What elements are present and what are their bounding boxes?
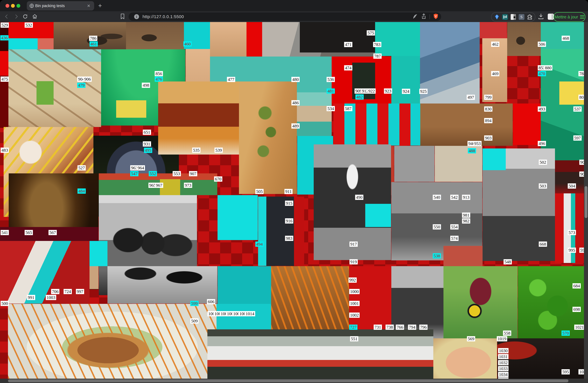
mosaic-tile [89, 241, 107, 266]
packed-image-index-label: 509 [190, 318, 199, 324]
packed-image-index-label: 529 [0, 23, 9, 28]
close-window-button[interactable] [5, 4, 9, 8]
packed-image-index-label: 1001 [349, 301, 360, 306]
site-info-icon[interactable]: i [134, 14, 139, 19]
packed-image-index-label: 796 [419, 325, 427, 330]
packed-image-index-label: 486 [291, 100, 300, 105]
home-button[interactable] [31, 13, 38, 20]
tab-bin-packing-tests[interactable]: Bin packing tests ✕ [27, 1, 94, 10]
bin-packing-canvas[interactable]: 5295324367864614608564764759049064794986… [0, 22, 584, 379]
mosaic-tile [420, 104, 513, 146]
packed-image-index-label: 484 [78, 188, 86, 194]
vertical-scrollbar-thumb[interactable] [585, 186, 588, 218]
teal-app-extension-icon[interactable] [502, 14, 508, 20]
mosaic-tile [210, 22, 247, 57]
new-tab-button[interactable]: + [98, 2, 102, 9]
globe-favicon-icon [29, 3, 34, 9]
packed-image-index-label: 551 [350, 336, 358, 341]
packed-image-index-label: 919 [350, 259, 358, 264]
mosaic-tile [0, 241, 89, 304]
gem-extension-icon[interactable] [494, 14, 500, 20]
packed-image-index-label: 548 [504, 259, 512, 264]
packed-image-index-label: 558 [503, 331, 511, 336]
packed-image-index-label: 1032 [498, 360, 508, 365]
s-extension-icon[interactable]: S [519, 14, 525, 20]
share-icon[interactable] [421, 13, 426, 20]
packed-image-index-label: 474 [344, 65, 352, 70]
mosaic-tile [391, 56, 420, 104]
packed-image-index-label: 503 [539, 183, 547, 189]
packed-image-index-label: 1000 [349, 289, 360, 294]
packed-image-index-label: 488 [468, 148, 476, 153]
packed-image-index-label: 505 [255, 189, 264, 194]
mosaic-tile [482, 38, 507, 102]
mosaic-tile [126, 22, 184, 51]
packed-image-index-label: 468 [562, 36, 570, 41]
packed-image-index-label: 595 [562, 369, 570, 374]
extensions-group: S [491, 12, 535, 22]
packed-image-index-label: 460 [183, 41, 192, 46]
mosaic-tile [8, 49, 101, 127]
packed-image-index-label: 911 [284, 189, 293, 194]
mosaic-tile [258, 197, 304, 266]
reload-button[interactable] [22, 13, 29, 20]
packed-image-index-label: 991 [27, 295, 35, 300]
packed-image-index-label: 698 [572, 307, 581, 312]
url-bar[interactable]: i http://127.0.0.1:5500 [129, 12, 441, 21]
packed-image-index-label: 924 [402, 89, 410, 94]
packed-image-index-label: 587 [344, 106, 352, 111]
packed-image-index-label: 738 [385, 325, 394, 330]
packed-image-index-label: 483 [0, 148, 9, 153]
mosaic-tile [116, 100, 146, 118]
packed-image-index-label: 536 [327, 77, 335, 82]
url-text[interactable]: http://127.0.0.1:5500 [143, 14, 184, 19]
back-button[interactable] [3, 13, 10, 20]
packed-image-index-label: 727 [349, 325, 357, 330]
mosaic-tile [497, 338, 584, 379]
packed-image-index-label: 983 [285, 236, 293, 241]
packed-image-index-label: 496 [538, 141, 546, 146]
packed-image-index-label: 856 [155, 71, 163, 76]
packed-image-index-label: 1030 [498, 348, 508, 353]
mosaic-tile [518, 266, 584, 338]
packed-image-index-label: 799 [484, 95, 492, 100]
packed-image-index-label: 922 [367, 89, 376, 94]
mosaic-tile [216, 304, 271, 329]
packed-image-index-label: 498 [142, 83, 150, 88]
extensions-puzzle-icon[interactable] [527, 14, 532, 20]
update-browser-button[interactable]: Mettre à jour [553, 12, 585, 22]
grayscale-extension-icon[interactable] [510, 14, 516, 20]
horizontal-scrollbar-thumb[interactable] [8, 379, 568, 382]
packed-image-index-label: 706 [51, 289, 59, 294]
mosaic-tile [480, 22, 507, 38]
packed-image-index-label: 907 [189, 171, 197, 176]
packed-image-index-label: 552 [149, 171, 157, 176]
packed-image-index-label: 1014 [245, 311, 255, 316]
packed-image-index-label: 506 [538, 42, 546, 47]
packed-image-index-label: 534 [327, 106, 335, 111]
mosaic-tile [559, 81, 584, 105]
packed-image-index-label: 668 [539, 242, 547, 247]
packed-image-index-label: 923 [384, 89, 392, 94]
packed-image-index-label: 470 [538, 71, 546, 76]
downloads-icon[interactable] [538, 13, 544, 20]
reader-mode-disabled-icon[interactable] [412, 14, 418, 20]
brave-shields-icon[interactable] [433, 13, 439, 20]
toolbar: i http://127.0.0.1:5500 [0, 11, 588, 22]
packed-image-index-label: 670 [214, 177, 222, 182]
packed-image-index-label: 787 [373, 53, 382, 59]
packed-image-index-label: 786 [89, 36, 97, 41]
maximize-window-button[interactable] [17, 4, 20, 8]
mosaic-tile [507, 22, 541, 56]
packed-image-index-label: 574 [450, 236, 459, 241]
packed-image-index-label: 1037 [498, 377, 508, 379]
mosaic-tile [513, 104, 541, 145]
minimize-window-button[interactable] [11, 4, 15, 8]
forward-button[interactable] [13, 13, 20, 20]
packed-image-index-label: 477 [227, 77, 235, 82]
bookmark-icon[interactable] [119, 13, 126, 20]
tab-close-icon[interactable]: ✕ [87, 3, 90, 8]
menu-icon[interactable] [580, 15, 584, 19]
sidebar-toggle-icon[interactable] [548, 14, 554, 20]
mosaic-tile [239, 81, 297, 194]
